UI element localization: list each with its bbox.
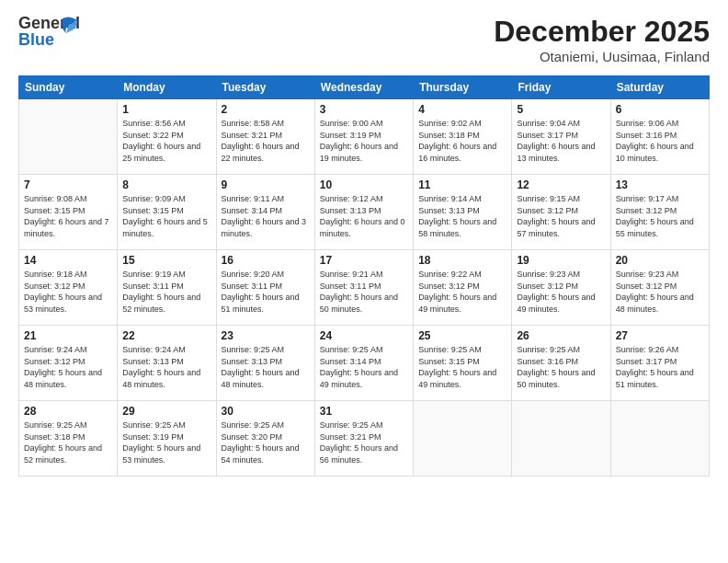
calendar-cell: 25Sunrise: 9:25 AMSunset: 3:15 PMDayligh… [414, 326, 512, 401]
day-number: 30 [222, 405, 310, 418]
day-number: 4 [418, 103, 506, 116]
weekday-header: Wednesday [314, 76, 413, 99]
day-detail: Sunrise: 9:25 AMSunset: 3:18 PMDaylight:… [24, 419, 112, 465]
calendar-cell: 13Sunrise: 9:17 AMSunset: 3:12 PMDayligh… [610, 175, 709, 250]
calendar-cell: 27Sunrise: 9:26 AMSunset: 3:17 PMDayligh… [610, 326, 709, 401]
day-number: 7 [24, 178, 112, 191]
calendar-cell: 28Sunrise: 9:25 AMSunset: 3:18 PMDayligh… [19, 401, 118, 477]
calendar-cell: 12Sunrise: 9:15 AMSunset: 3:12 PMDayligh… [512, 175, 610, 250]
calendar-cell: 7Sunrise: 9:08 AMSunset: 3:15 PMDaylight… [19, 175, 118, 250]
day-detail: Sunrise: 9:23 AMSunset: 3:12 PMDaylight:… [517, 269, 605, 315]
calendar-cell: 20Sunrise: 9:23 AMSunset: 3:12 PMDayligh… [610, 250, 709, 326]
day-number: 18 [418, 254, 506, 267]
day-number: 12 [517, 178, 605, 191]
day-detail: Sunrise: 9:22 AMSunset: 3:12 PMDaylight:… [418, 269, 506, 315]
header: General Blue December 2025 Otaniemi, Uus… [18, 15, 710, 64]
day-detail: Sunrise: 9:18 AMSunset: 3:12 PMDaylight:… [24, 269, 112, 315]
day-detail: Sunrise: 9:25 AMSunset: 3:16 PMDaylight:… [517, 344, 605, 390]
logo-blue: Blue [18, 31, 54, 48]
calendar-cell: 8Sunrise: 9:09 AMSunset: 3:15 PMDaylight… [118, 175, 216, 250]
calendar-cell: 1Sunrise: 8:56 AMSunset: 3:22 PMDaylight… [118, 99, 216, 175]
calendar-week-row: 28Sunrise: 9:25 AMSunset: 3:18 PMDayligh… [19, 401, 710, 477]
day-detail: Sunrise: 9:23 AMSunset: 3:12 PMDaylight:… [616, 269, 704, 315]
day-detail: Sunrise: 9:20 AMSunset: 3:11 PMDaylight:… [222, 269, 310, 315]
calendar-cell: 26Sunrise: 9:25 AMSunset: 3:16 PMDayligh… [512, 326, 610, 401]
day-detail: Sunrise: 9:26 AMSunset: 3:17 PMDaylight:… [616, 344, 704, 390]
day-number: 8 [122, 178, 210, 191]
day-number: 17 [320, 254, 408, 267]
weekday-header: Saturday [610, 76, 709, 99]
day-detail: Sunrise: 9:12 AMSunset: 3:13 PMDaylight:… [320, 193, 408, 239]
day-number: 28 [24, 405, 112, 418]
logo: General Blue [18, 15, 74, 52]
calendar-cell: 11Sunrise: 9:14 AMSunset: 3:13 PMDayligh… [414, 175, 512, 250]
day-number: 26 [517, 329, 605, 342]
calendar-cell: 29Sunrise: 9:25 AMSunset: 3:19 PMDayligh… [118, 401, 216, 477]
day-number: 21 [24, 329, 112, 342]
calendar-cell: 21Sunrise: 9:24 AMSunset: 3:12 PMDayligh… [19, 326, 118, 401]
calendar-cell: 31Sunrise: 9:25 AMSunset: 3:21 PMDayligh… [314, 401, 413, 477]
calendar-cell: 6Sunrise: 9:06 AMSunset: 3:16 PMDaylight… [610, 99, 709, 175]
day-detail: Sunrise: 9:04 AMSunset: 3:17 PMDaylight:… [517, 118, 605, 164]
day-detail: Sunrise: 9:17 AMSunset: 3:12 PMDaylight:… [616, 193, 704, 239]
weekday-header: Sunday [19, 76, 118, 99]
calendar-cell: 15Sunrise: 9:19 AMSunset: 3:11 PMDayligh… [118, 250, 216, 326]
calendar-cell [414, 401, 512, 477]
day-detail: Sunrise: 9:09 AMSunset: 3:15 PMDaylight:… [122, 193, 210, 239]
calendar-cell: 14Sunrise: 9:18 AMSunset: 3:12 PMDayligh… [19, 250, 118, 326]
day-detail: Sunrise: 9:24 AMSunset: 3:12 PMDaylight:… [24, 344, 112, 390]
day-number: 10 [320, 178, 408, 191]
day-detail: Sunrise: 9:25 AMSunset: 3:21 PMDaylight:… [320, 419, 408, 465]
day-number: 13 [616, 178, 704, 191]
weekday-header: Friday [512, 76, 610, 99]
day-detail: Sunrise: 9:24 AMSunset: 3:13 PMDaylight:… [122, 344, 210, 390]
calendar-cell: 19Sunrise: 9:23 AMSunset: 3:12 PMDayligh… [512, 250, 610, 326]
day-detail: Sunrise: 9:25 AMSunset: 3:19 PMDaylight:… [122, 419, 210, 465]
logo-icon [59, 17, 79, 33]
calendar-cell: 9Sunrise: 9:11 AMSunset: 3:14 PMDaylight… [216, 175, 314, 250]
day-number: 15 [122, 254, 210, 267]
calendar-cell [512, 401, 610, 477]
weekday-header: Thursday [414, 76, 512, 99]
day-detail: Sunrise: 9:11 AMSunset: 3:14 PMDaylight:… [222, 193, 310, 239]
day-number: 23 [222, 329, 310, 342]
day-detail: Sunrise: 9:25 AMSunset: 3:20 PMDaylight:… [222, 419, 310, 465]
day-number: 20 [616, 254, 704, 267]
calendar-header-row: SundayMondayTuesdayWednesdayThursdayFrid… [19, 76, 710, 99]
day-detail: Sunrise: 9:00 AMSunset: 3:19 PMDaylight:… [320, 118, 408, 164]
day-detail: Sunrise: 9:19 AMSunset: 3:11 PMDaylight:… [122, 269, 210, 315]
calendar-table: SundayMondayTuesdayWednesdayThursdayFrid… [18, 75, 710, 477]
calendar-cell [610, 401, 709, 477]
day-number: 3 [320, 103, 408, 116]
day-detail: Sunrise: 9:25 AMSunset: 3:14 PMDaylight:… [320, 344, 408, 390]
calendar-cell: 16Sunrise: 9:20 AMSunset: 3:11 PMDayligh… [216, 250, 314, 326]
calendar-cell: 30Sunrise: 9:25 AMSunset: 3:20 PMDayligh… [216, 401, 314, 477]
calendar-cell: 10Sunrise: 9:12 AMSunset: 3:13 PMDayligh… [314, 175, 413, 250]
day-detail: Sunrise: 9:06 AMSunset: 3:16 PMDaylight:… [616, 118, 704, 164]
day-number: 22 [122, 329, 210, 342]
day-detail: Sunrise: 9:08 AMSunset: 3:15 PMDaylight:… [24, 193, 112, 239]
calendar-cell: 17Sunrise: 9:21 AMSunset: 3:11 PMDayligh… [314, 250, 413, 326]
calendar-cell: 24Sunrise: 9:25 AMSunset: 3:14 PMDayligh… [314, 326, 413, 401]
day-number: 24 [320, 329, 408, 342]
day-number: 27 [616, 329, 704, 342]
title-section: December 2025 Otaniemi, Uusimaa, Finland [494, 15, 710, 64]
page: General Blue December 2025 Otaniemi, Uus… [0, 0, 728, 563]
day-detail: Sunrise: 9:21 AMSunset: 3:11 PMDaylight:… [320, 269, 408, 315]
calendar-cell: 2Sunrise: 8:58 AMSunset: 3:21 PMDaylight… [216, 99, 314, 175]
day-detail: Sunrise: 8:56 AMSunset: 3:22 PMDaylight:… [122, 118, 210, 164]
month-title: December 2025 [494, 15, 710, 49]
day-detail: Sunrise: 9:25 AMSunset: 3:15 PMDaylight:… [418, 344, 506, 390]
day-number: 9 [222, 178, 310, 191]
weekday-header: Monday [118, 76, 216, 99]
day-detail: Sunrise: 9:02 AMSunset: 3:18 PMDaylight:… [418, 118, 506, 164]
calendar-cell [19, 99, 118, 175]
calendar-cell: 18Sunrise: 9:22 AMSunset: 3:12 PMDayligh… [414, 250, 512, 326]
day-number: 25 [418, 329, 506, 342]
day-number: 31 [320, 405, 408, 418]
calendar-cell: 23Sunrise: 9:25 AMSunset: 3:13 PMDayligh… [216, 326, 314, 401]
location: Otaniemi, Uusimaa, Finland [494, 49, 710, 64]
calendar-week-row: 14Sunrise: 9:18 AMSunset: 3:12 PMDayligh… [19, 250, 710, 326]
day-number: 6 [616, 103, 704, 116]
day-detail: Sunrise: 8:58 AMSunset: 3:21 PMDaylight:… [222, 118, 310, 164]
